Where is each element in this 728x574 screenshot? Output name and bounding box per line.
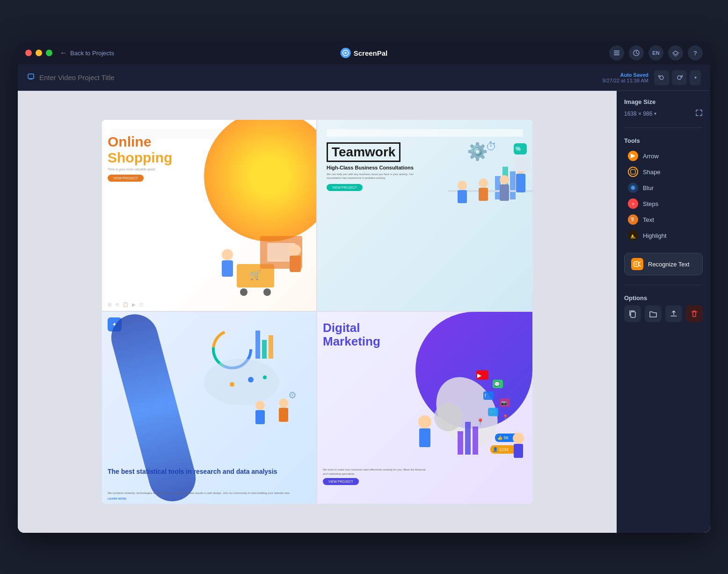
svg-rect-63 xyxy=(465,422,471,455)
slide-2-subtitle: High-Class Business Consultations xyxy=(327,165,523,170)
traffic-light-minimize[interactable] xyxy=(36,50,42,56)
auto-saved-time: 9/27/22 at 11:38 AM xyxy=(603,78,648,83)
image-size-label: Image Size xyxy=(624,98,703,105)
svg-text:🐦: 🐦 xyxy=(489,409,495,415)
svg-rect-12 xyxy=(222,260,233,277)
tool-steps[interactable]: ? Steps xyxy=(624,196,703,212)
traffic-lights xyxy=(25,50,52,56)
divider-1 xyxy=(624,127,703,128)
image-size-section: Image Size 1638 × 986 ▾ xyxy=(624,98,703,118)
blur-tool-icon xyxy=(628,183,638,193)
svg-rect-82 xyxy=(631,312,635,317)
image-size-text: 1638 × 986 xyxy=(624,110,652,117)
svg-text:🛒: 🛒 xyxy=(250,269,262,280)
svg-rect-3 xyxy=(614,54,619,55)
image-size-row: 1638 × 986 ▾ xyxy=(624,109,703,118)
help-icon-button[interactable]: ? xyxy=(688,45,703,60)
svg-point-50 xyxy=(418,415,431,428)
recognize-text-button[interactable]: Recognize Text xyxy=(624,253,703,275)
upload-option-button[interactable] xyxy=(665,305,682,322)
back-to-projects-button[interactable]: ← Back to Projects xyxy=(60,49,114,57)
slide-4-title-line1: Digital xyxy=(323,321,380,335)
canvas-grid: 🛒 Online Shopping Time is your most valu… xyxy=(102,120,532,504)
svg-rect-81 xyxy=(634,262,639,266)
edit-icon xyxy=(27,73,35,82)
options-buttons-row xyxy=(624,305,703,322)
svg-rect-73 xyxy=(631,169,635,174)
delete-option-button[interactable] xyxy=(686,305,703,322)
image-size-dropdown[interactable]: ▾ xyxy=(654,111,656,116)
svg-point-11 xyxy=(222,249,233,260)
canvas-area: 🛒 Online Shopping Time is your most valu… xyxy=(18,91,617,533)
slide-3-link[interactable]: LEARN MORE xyxy=(108,497,126,500)
divider-2 xyxy=(624,285,703,285)
traffic-light-close[interactable] xyxy=(25,50,32,56)
svg-rect-5 xyxy=(28,74,34,79)
project-title-bar: Auto Saved 9/27/22 at 11:38 AM ▾ xyxy=(18,65,710,91)
tool-blur[interactable]: Blur xyxy=(624,180,703,196)
slide-2-title: Teamwork xyxy=(327,142,400,162)
svg-text:t: t xyxy=(633,218,634,221)
back-arrow-icon: ← xyxy=(60,49,67,57)
text-tool-icon: T t xyxy=(628,214,638,225)
slide-1[interactable]: 🛒 Online Shopping Time is your most valu… xyxy=(102,120,317,312)
language-button[interactable]: EN xyxy=(648,45,663,60)
clock-icon-button[interactable] xyxy=(629,45,644,60)
layers-icon-button[interactable] xyxy=(668,45,683,60)
slide-3[interactable]: ✦ xyxy=(102,312,317,504)
copy-option-button[interactable] xyxy=(624,305,641,322)
redo-button[interactable] xyxy=(672,70,687,85)
list-icon-button[interactable] xyxy=(609,45,624,60)
svg-text:📍: 📍 xyxy=(502,414,509,421)
slide-4[interactable]: ▶ 💬 f 📷 🐦 xyxy=(317,312,532,504)
svg-text:f: f xyxy=(485,393,486,398)
slide-2-button[interactable]: VIEW PROJECT xyxy=(327,184,363,191)
options-label: Options xyxy=(624,294,703,302)
project-title-field[interactable] xyxy=(39,74,180,81)
main-content: 🛒 Online Shopping Time is your most valu… xyxy=(18,91,710,533)
recognize-text-label: Recognize Text xyxy=(648,261,690,268)
highlight-tool-label: Highlight xyxy=(643,232,667,239)
tool-shape[interactable]: Shape xyxy=(624,164,703,180)
tool-highlight[interactable]: Highlight xyxy=(624,228,703,243)
slide-2[interactable]: ⚙️ ⏱ xyxy=(317,120,532,312)
traffic-light-maximize[interactable] xyxy=(46,50,52,56)
slide-1-title-line1: Online xyxy=(108,134,172,150)
svg-rect-1 xyxy=(614,51,619,52)
tool-arrow[interactable]: Arrow xyxy=(624,148,703,164)
svg-point-41 xyxy=(230,382,234,387)
svg-rect-2 xyxy=(614,52,619,53)
svg-point-75 xyxy=(632,186,634,189)
svg-text:?: ? xyxy=(632,202,634,206)
slide-4-description: We work to make your business start effe… xyxy=(323,468,426,476)
slide-4-button[interactable]: VIEW PROJECT xyxy=(323,478,359,485)
auto-saved-indicator: Auto Saved 9/27/22 at 11:38 AM xyxy=(603,72,648,83)
slide-1-button[interactable]: VIEW PROJECT xyxy=(108,175,144,182)
svg-point-49 xyxy=(434,403,462,431)
arrow-tool-icon xyxy=(628,151,638,161)
svg-point-8 xyxy=(263,288,271,296)
steps-tool-label: Steps xyxy=(643,200,658,207)
app-logo: ScreenPal xyxy=(341,48,388,58)
resize-icon[interactable] xyxy=(695,109,703,118)
slide-1-title-line2: Shopping xyxy=(108,150,172,166)
undo-redo-group: ▾ xyxy=(654,70,701,85)
tool-text[interactable]: T t Text xyxy=(624,212,703,228)
options-section: Options xyxy=(624,294,703,322)
shape-tool-label: Shape xyxy=(643,169,661,176)
auto-saved-label: Auto Saved xyxy=(603,72,648,78)
slide-3-description: We combine creativity, technologies and … xyxy=(108,492,311,494)
svg-text:💬: 💬 xyxy=(494,381,500,387)
svg-rect-37 xyxy=(262,340,267,359)
svg-point-45 xyxy=(279,398,288,408)
open-folder-option-button[interactable] xyxy=(645,305,662,322)
app-window: ← Back to Projects ScreenPal xyxy=(18,41,710,533)
history-dropdown-button[interactable]: ▾ xyxy=(690,70,701,85)
logo-icon xyxy=(341,48,351,58)
svg-text:👍 56: 👍 56 xyxy=(497,435,509,441)
undo-button[interactable] xyxy=(654,70,669,85)
svg-rect-62 xyxy=(458,431,463,455)
slide-1-illustration: 🛒 xyxy=(209,217,312,302)
slide-3-illustration: ⚙ xyxy=(195,312,316,434)
slide-2-description: We can help you with any business issue … xyxy=(327,172,420,180)
